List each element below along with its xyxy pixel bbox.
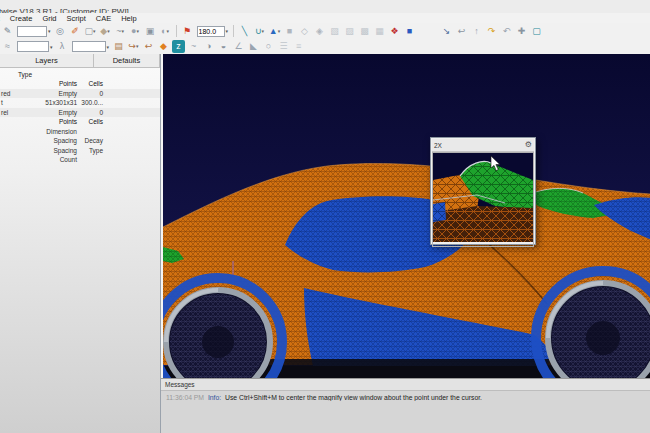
cell-c2: Dimension xyxy=(15,127,77,137)
dropdown-arrow-icon[interactable]: ▾ xyxy=(136,25,139,38)
dropdown-arrow-icon[interactable]: ▾ xyxy=(278,25,281,38)
solid-cube-icon[interactable]: ▢▾ xyxy=(84,25,97,38)
dimension-field[interactable]: ▾ xyxy=(17,41,53,52)
entity-name-field-input[interactable] xyxy=(17,26,47,37)
undo-view-icon[interactable]: ↶ xyxy=(500,25,513,38)
note-flag-icon[interactable]: ⚑ xyxy=(181,25,194,38)
angle-field-input[interactable] xyxy=(197,26,225,37)
cube-shaded-2-icon[interactable]: ▨ xyxy=(343,25,356,38)
elbow-connector-alt-icon[interactable]: ↩ xyxy=(142,40,155,53)
copy-entity-icon[interactable]: ▤ xyxy=(112,40,125,53)
plane-shape-icon[interactable]: ■ xyxy=(283,25,296,38)
menu-script[interactable]: Script xyxy=(62,14,91,23)
spacing-field[interactable]: ▾ xyxy=(72,41,110,52)
table-row[interactable]: redEmpty0 xyxy=(0,89,160,99)
cell-c1: rel xyxy=(0,108,15,118)
rotate-view-icon[interactable]: ↩ xyxy=(455,25,468,38)
table-row[interactable]: SpacingType xyxy=(0,146,160,156)
car-mesh-scene[interactable] xyxy=(163,54,650,378)
magnify-glass-icon[interactable]: ◎ xyxy=(54,25,67,38)
measure-triangle-icon[interactable]: ◣ xyxy=(247,40,260,53)
table-row[interactable]: Dimension xyxy=(0,127,160,137)
gear-icon[interactable]: ⚙ xyxy=(525,140,532,150)
messages-header[interactable]: Messages xyxy=(161,379,650,391)
cube-shaded-1-icon[interactable]: ▧ xyxy=(328,25,341,38)
circumscribed-circle-icon[interactable]: ○ xyxy=(262,40,275,53)
spline-gray-icon[interactable]: ~ xyxy=(187,40,200,53)
circle-half-2-icon[interactable]: ◒ xyxy=(217,40,230,53)
table-row[interactable]: t51x301x31300.0... xyxy=(0,98,160,108)
menu-cae[interactable]: CAE xyxy=(91,14,116,23)
globe-view-icon[interactable]: ◐▾ xyxy=(159,25,172,38)
dimension-field-input[interactable] xyxy=(17,41,49,52)
dropdown-arrow-icon[interactable]: ▾ xyxy=(262,25,265,38)
table-row[interactable]: Count xyxy=(0,155,160,165)
cell-c3: Decay xyxy=(77,136,103,146)
angle-field[interactable]: ▾ xyxy=(197,26,229,37)
cell-c3: Type xyxy=(77,146,103,156)
edit-pointer-icon[interactable]: ✚ xyxy=(515,25,528,38)
diamond-filled-icon[interactable]: ◈ xyxy=(313,25,326,38)
lambda-dimension-icon[interactable]: λ xyxy=(56,40,69,53)
dropdown-arrow-icon[interactable]: ▾ xyxy=(136,40,139,53)
spinner-icon[interactable]: ▾ xyxy=(107,44,110,50)
cube-shaded-4-icon[interactable]: ▦ xyxy=(373,25,386,38)
menu-grid[interactable]: Grid xyxy=(37,14,61,23)
spinner-icon[interactable]: ▾ xyxy=(50,44,53,50)
curve-arc-icon[interactable]: ∪▾ xyxy=(253,25,266,38)
blue-cube-icon[interactable]: ■ xyxy=(403,25,416,38)
layers-stack-icon[interactable]: ≡ xyxy=(292,40,305,53)
measure-angle-icon[interactable]: ∠ xyxy=(232,40,245,53)
dropdown-arrow-icon[interactable]: ▾ xyxy=(121,25,124,38)
spacing-field-input[interactable] xyxy=(72,41,106,52)
magnify-title-bar[interactable]: 2X ⚙ xyxy=(432,139,534,152)
circle-half-1-icon[interactable]: ◑ xyxy=(202,40,215,53)
diamond-shape-icon[interactable]: ◆▾ xyxy=(99,25,112,38)
cell-c2: Spacing xyxy=(15,146,77,156)
dropdown-arrow-icon[interactable]: ▾ xyxy=(93,25,96,38)
cell-c1 xyxy=(0,136,15,146)
draw-curve-icon[interactable]: ✎ xyxy=(1,25,14,38)
menu-create[interactable]: Create xyxy=(5,14,38,23)
magnify-content[interactable] xyxy=(432,152,534,247)
toolbar-separator xyxy=(176,25,177,37)
zoom-arrow-icon[interactable]: ↘ xyxy=(440,25,453,38)
orange-diamond-icon[interactable]: ◆ xyxy=(157,40,170,53)
cell-c2: Points xyxy=(15,79,77,89)
notes-list-icon[interactable]: ☰ xyxy=(277,40,290,53)
menu-help[interactable]: Help xyxy=(116,14,141,23)
line-segment-icon[interactable]: ╲ xyxy=(238,25,251,38)
dropdown-arrow-icon[interactable]: ▾ xyxy=(107,25,110,38)
elbow-connector-icon[interactable]: ↪▾ xyxy=(127,40,140,53)
title-bar[interactable]: Pointwise V18.3 R1 - [Customer ID: PWI] xyxy=(0,0,650,14)
spinner-icon[interactable]: ▾ xyxy=(48,28,51,34)
sphere-shape-icon[interactable]: ●▾ xyxy=(129,25,142,38)
cell-c2: Points xyxy=(15,117,77,127)
surface-mesh-icon[interactable]: ▲▾ xyxy=(268,25,281,38)
paintbrush-icon[interactable]: ✐ xyxy=(69,25,82,38)
z-axis-toggle-icon[interactable]: z xyxy=(172,40,185,53)
view-up-arrow-icon[interactable]: ↑ xyxy=(470,25,483,38)
cube-shaded-3-icon[interactable]: ▩ xyxy=(358,25,371,38)
table-row[interactable]: relEmpty0 xyxy=(0,108,160,118)
redo-view-icon[interactable]: ↷ xyxy=(485,25,498,38)
table-header-row[interactable]: PointsCells xyxy=(0,79,160,89)
diamond-light-icon[interactable]: ◇ xyxy=(298,25,311,38)
screen-capture-icon[interactable]: ▢ xyxy=(530,25,543,38)
spline-curve-icon[interactable]: ~▾ xyxy=(114,25,127,38)
cell-c1: red xyxy=(0,89,15,99)
magnify-window[interactable]: 2X ⚙ xyxy=(430,137,536,245)
shield-icon[interactable]: ❖ xyxy=(388,25,401,38)
cell-c2: Empty xyxy=(15,108,77,118)
table-row[interactable]: SpacingDecay xyxy=(0,136,160,146)
tab-layers[interactable]: Layers xyxy=(0,54,94,67)
type-column-header: Type xyxy=(0,68,160,79)
table-header-row[interactable]: PointsCells xyxy=(0,117,160,127)
entity-name-field[interactable]: ▾ xyxy=(17,26,51,37)
spinner-icon[interactable]: ▾ xyxy=(226,28,229,34)
connector-curve-icon[interactable]: ≈ xyxy=(1,40,14,53)
display-viewport[interactable] xyxy=(161,54,650,378)
image-frame-icon[interactable]: ▣ xyxy=(144,25,157,38)
dropdown-arrow-icon[interactable]: ▾ xyxy=(166,25,169,38)
tab-defaults[interactable]: Defaults xyxy=(94,54,160,67)
